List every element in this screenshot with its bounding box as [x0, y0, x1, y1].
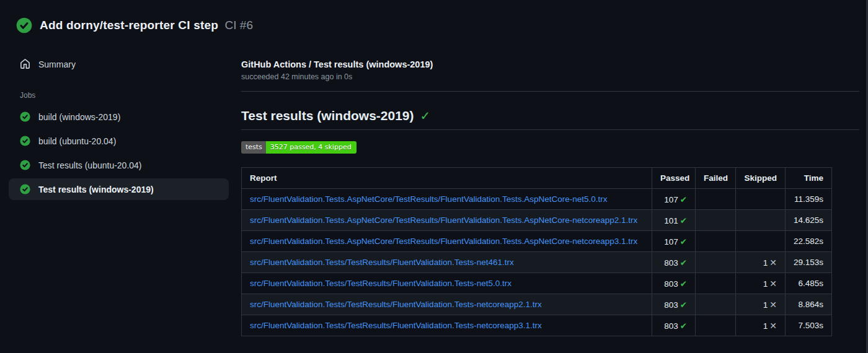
passed-check-icon: ✔ [680, 321, 687, 331]
sidebar-job-label: build (ubuntu-20.04) [38, 136, 116, 146]
passed-cell: 803✔ [652, 315, 696, 336]
passed-check-icon: ✔ [680, 258, 687, 268]
table-row: src/FluentValidation.Tests/TestResults/F… [242, 273, 832, 294]
skipped-x-icon: ✕ [769, 279, 777, 289]
sidebar-job-item[interactable]: Test results (windows-2019) [9, 178, 229, 200]
skipped-cell: 1✕ [736, 252, 786, 273]
table-header-row: Report Passed Failed Skipped Time [242, 168, 832, 189]
failed-cell [696, 210, 736, 231]
table-row: src/FluentValidation.Tests/TestResults/F… [242, 294, 832, 315]
passed-cell: 107✔ [652, 231, 696, 252]
home-icon [20, 59, 30, 69]
skipped-cell: 1✕ [736, 315, 786, 336]
report-link[interactable]: src/FluentValidation.Tests/TestResults/F… [250, 258, 514, 267]
failed-cell [696, 189, 736, 210]
column-header-failed: Failed [696, 168, 736, 189]
skipped-x-icon: ✕ [769, 321, 777, 331]
time-cell: 14.625s [786, 210, 832, 231]
sidebar-job-label: Test results (ubuntu-20.04) [38, 160, 142, 170]
failed-cell [696, 315, 736, 336]
sidebar-job-item[interactable]: build (windows-2019) [9, 106, 229, 128]
passed-cell: 101✔ [652, 210, 696, 231]
success-check-circle-icon [20, 111, 30, 122]
check-run-status: succeeded 42 minutes ago in 0s [241, 72, 859, 81]
passed-cell: 107✔ [652, 189, 696, 210]
results-heading-text: Test results (windows-2019) [241, 108, 414, 123]
tests-badge[interactable]: tests 3527 passed, 4 skipped [241, 141, 356, 154]
skipped-cell [736, 210, 786, 231]
heading-check-icon: ✓ [420, 110, 431, 122]
tests-badge-label: tests [241, 141, 266, 154]
table-row: src/FluentValidation.Tests.AspNetCore/Te… [242, 231, 832, 252]
skipped-x-icon: ✕ [769, 300, 777, 310]
passed-cell: 803✔ [652, 252, 696, 273]
column-header-time: Time [786, 168, 832, 189]
sidebar-summary-label: Summary [38, 59, 76, 69]
jobs-section-label: Jobs [9, 91, 229, 100]
report-link[interactable]: src/FluentValidation.Tests/TestResults/F… [250, 279, 512, 288]
divider [241, 91, 859, 92]
table-body: src/FluentValidation.Tests.AspNetCore/Te… [242, 189, 832, 336]
failed-cell [696, 252, 736, 273]
success-check-circle-icon [20, 184, 30, 194]
run-number: CI #6 [225, 19, 253, 32]
run-title: Add dorny/test-reporter CI step [40, 19, 218, 32]
success-check-circle-icon [16, 17, 32, 33]
passed-check-icon: ✔ [680, 237, 687, 246]
report-link[interactable]: src/FluentValidation.Tests/TestResults/F… [250, 321, 542, 330]
table-row: src/FluentValidation.Tests.AspNetCore/Te… [242, 189, 832, 210]
passed-cell: 803✔ [652, 273, 696, 294]
test-results-table: Report Passed Failed Skipped Time src/Fl… [241, 167, 832, 336]
main-content: GitHub Actions / Test results (windows-2… [241, 53, 868, 336]
time-cell: 6.485s [786, 273, 832, 294]
report-link[interactable]: src/FluentValidation.Tests/TestResults/F… [250, 300, 542, 309]
failed-cell [696, 231, 736, 252]
sidebar-job-label: build (windows-2019) [38, 112, 120, 122]
failed-cell [696, 273, 736, 294]
report-link[interactable]: src/FluentValidation.Tests.AspNetCore/Te… [250, 237, 637, 246]
sidebar-job-label: Test results (windows-2019) [38, 185, 154, 194]
column-header-passed: Passed [652, 168, 696, 189]
passed-check-icon: ✔ [680, 216, 687, 225]
time-cell: 7.503s [786, 315, 832, 336]
sidebar-job-item[interactable]: build (ubuntu-20.04) [9, 130, 229, 152]
passed-cell: 803✔ [652, 294, 696, 315]
skipped-cell [736, 189, 786, 210]
tests-badge-value: 3527 passed, 4 skipped [266, 141, 356, 154]
results-heading: Test results (windows-2019) ✓ [241, 108, 859, 130]
table-row: src/FluentValidation.Tests/TestResults/F… [242, 252, 832, 273]
skipped-x-icon: ✕ [769, 258, 777, 268]
time-cell: 11.359s [786, 189, 832, 210]
skipped-cell: 1✕ [736, 273, 786, 294]
skipped-cell: 1✕ [736, 294, 786, 315]
sidebar-job-item[interactable]: Test results (ubuntu-20.04) [9, 154, 229, 176]
time-cell: 22.582s [786, 231, 832, 252]
success-check-circle-icon [20, 136, 30, 146]
passed-check-icon: ✔ [680, 195, 687, 204]
jobs-list: build (windows-2019)build (ubuntu-20.04)… [9, 106, 229, 200]
sidebar-item-summary[interactable]: Summary [9, 53, 229, 75]
run-header: Add dorny/test-reporter CI step CI #6 [0, 0, 868, 33]
passed-check-icon: ✔ [680, 279, 687, 289]
check-run-title: GitHub Actions / Test results (windows-2… [241, 59, 859, 69]
passed-check-icon: ✔ [680, 300, 687, 310]
column-header-report: Report [242, 168, 652, 189]
table-row: src/FluentValidation.Tests.AspNetCore/Te… [242, 210, 832, 231]
skipped-cell [736, 231, 786, 252]
report-link[interactable]: src/FluentValidation.Tests.AspNetCore/Te… [250, 194, 608, 204]
jobs-sidebar: Summary Jobs build (windows-2019)build (… [0, 53, 241, 336]
time-cell: 29.153s [786, 252, 832, 273]
column-header-skipped: Skipped [736, 168, 786, 189]
success-check-circle-icon [20, 160, 30, 170]
report-link[interactable]: src/FluentValidation.Tests.AspNetCore/Te… [250, 216, 637, 225]
time-cell: 8.864s [786, 294, 832, 315]
failed-cell [696, 294, 736, 315]
table-row: src/FluentValidation.Tests/TestResults/F… [242, 315, 832, 336]
